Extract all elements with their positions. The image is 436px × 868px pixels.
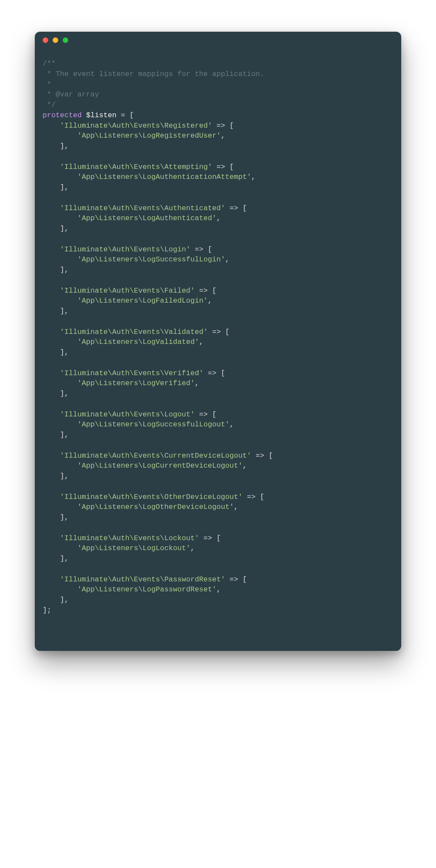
- assign-open: = [: [116, 111, 134, 119]
- listener-string: 'App\Listeners\LogSuccessfulLogout': [77, 420, 230, 429]
- entry-close: ],: [60, 266, 69, 274]
- doccomment-close: */: [43, 101, 56, 109]
- listener-string: 'App\Listeners\LogCurrentDeviceLogout': [77, 462, 243, 470]
- arrow-open: => [: [203, 369, 225, 377]
- arrow-open: => [: [225, 204, 247, 212]
- listener-trail: ,: [225, 255, 230, 264]
- listener-trail: ,: [216, 585, 221, 594]
- arrow-open: => [: [212, 122, 234, 130]
- arrow-open: => [: [212, 163, 234, 171]
- event-string: 'Illuminate\Auth\Events\Authenticated': [60, 204, 225, 212]
- event-string: 'Illuminate\Auth\Events\Logout': [60, 410, 195, 419]
- code-block: /** * The event listener mappings for th…: [43, 59, 393, 616]
- event-string: 'Illuminate\Auth\Events\Verified': [60, 369, 203, 377]
- arrow-open: => [: [190, 245, 212, 254]
- entry-close: ],: [60, 596, 69, 604]
- listener-trail: ,: [234, 503, 238, 511]
- listener-string: 'App\Listeners\LogOtherDeviceLogout': [77, 503, 234, 511]
- event-string: 'Illuminate\Auth\Events\Registered': [60, 122, 212, 130]
- entry-close: ],: [60, 472, 69, 480]
- event-string: 'Illuminate\Auth\Events\OtherDeviceLogou…: [60, 493, 243, 501]
- listener-string: 'App\Listeners\LogRegisteredUser': [77, 132, 221, 140]
- arrow-open: => [: [208, 328, 230, 336]
- variable-listen: $listen: [86, 111, 116, 119]
- event-string: 'Illuminate\Auth\Events\Attempting': [60, 163, 212, 171]
- listener-trail: ,: [190, 544, 195, 552]
- event-string: 'Illuminate\Auth\Events\Failed': [60, 287, 195, 295]
- listener-trail: ,: [251, 173, 256, 181]
- listener-string: 'App\Listeners\LogAuthenticated': [77, 214, 216, 222]
- traffic-minimize-icon[interactable]: [53, 37, 58, 43]
- listener-string: 'App\Listeners\LogLockout': [77, 544, 190, 552]
- entry-close: ],: [60, 513, 69, 521]
- listener-trail: ,: [221, 132, 225, 140]
- traffic-zoom-icon[interactable]: [63, 37, 68, 43]
- entry-close: ],: [60, 224, 69, 233]
- doccomment-var: * @var array: [43, 90, 99, 99]
- listener-string: 'App\Listeners\LogAuthenticationAttempt': [77, 173, 251, 181]
- traffic-close-icon[interactable]: [43, 37, 48, 43]
- listener-string: 'App\Listeners\LogFailedLogin': [77, 297, 208, 305]
- window-titlebar: [35, 32, 401, 48]
- entry-close: ],: [60, 554, 69, 563]
- listener-trail: ,: [230, 420, 234, 429]
- arrow-open: => [: [225, 575, 247, 584]
- entry-close: ],: [60, 348, 69, 356]
- doccomment-line: * The event listener mappings for the ap…: [43, 70, 264, 78]
- listener-string: 'App\Listeners\LogVerified': [77, 379, 195, 387]
- event-string: 'Illuminate\Auth\Events\CurrentDeviceLog…: [60, 452, 251, 460]
- listener-trail: ,: [195, 379, 199, 387]
- doccomment-blank: *: [43, 80, 51, 89]
- array-close: ];: [43, 606, 51, 614]
- arrow-open: => [: [199, 534, 221, 542]
- code-window: /** * The event listener mappings for th…: [35, 32, 401, 651]
- doccomment-open: /**: [43, 59, 56, 68]
- listener-trail: ,: [199, 338, 203, 346]
- arrow-open: => [: [195, 287, 216, 295]
- listener-string: 'App\Listeners\LogPasswordReset': [77, 585, 216, 594]
- page: /** * The event listener mappings for th…: [0, 0, 436, 868]
- entry-close: ],: [60, 183, 69, 191]
- listener-trail: ,: [243, 462, 247, 470]
- listener-trail: ,: [208, 297, 212, 305]
- entry-close: ],: [60, 431, 69, 439]
- arrow-open: => [: [195, 410, 216, 419]
- event-string: 'Illuminate\Auth\Events\Lockout': [60, 534, 199, 542]
- listener-string: 'App\Listeners\LogSuccessfulLogin': [77, 255, 225, 264]
- arrow-open: => [: [243, 493, 264, 501]
- entry-close: ],: [60, 142, 69, 150]
- arrow-open: => [: [251, 452, 273, 460]
- event-string: 'Illuminate\Auth\Events\Validated': [60, 328, 208, 336]
- entry-close: ],: [60, 389, 69, 398]
- listener-string: 'App\Listeners\LogValidated': [77, 338, 199, 346]
- entry-close: ],: [60, 307, 69, 315]
- code-area: /** * The event listener mappings for th…: [35, 48, 401, 624]
- event-string: 'Illuminate\Auth\Events\PasswordReset': [60, 575, 225, 584]
- listener-trail: ,: [216, 214, 221, 222]
- event-string: 'Illuminate\Auth\Events\Login': [60, 245, 190, 254]
- keyword-protected: protected: [43, 111, 82, 119]
